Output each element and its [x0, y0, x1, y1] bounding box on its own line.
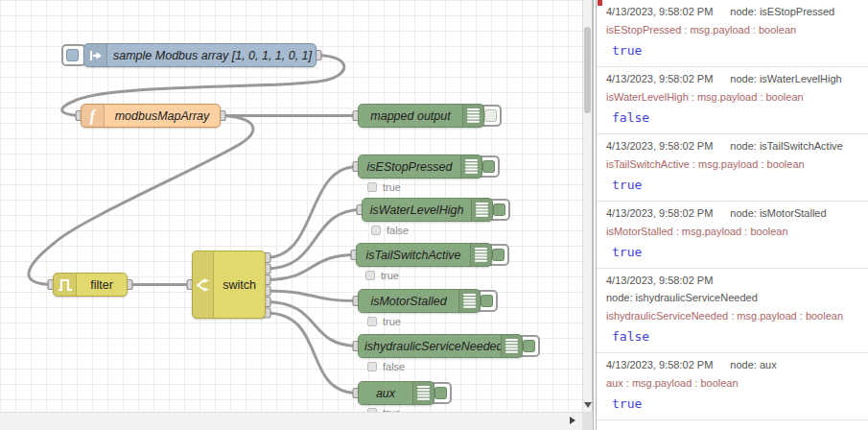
debug-message-meta: 4/13/2023, 9:58:02 PM node: aux: [606, 359, 862, 370]
filter-icon: [54, 274, 77, 296]
node-status-tail: true: [365, 270, 399, 281]
status-text: false: [383, 361, 405, 372]
node-function[interactable]: f modbusMapArray: [81, 104, 221, 128]
debug-node-name: node: ishydraulicServiceNeeded: [606, 292, 758, 303]
debug-toggle-inner: [434, 387, 447, 399]
debug-message-meta: 4/13/2023, 9:58:02 PM node: ishydraulicS…: [606, 275, 862, 303]
debug-sidebar: 4/13/2023, 9:58:02 PM node: isEStopPress…: [597, 0, 868, 430]
debug-node-name: node: isWaterLevelHigh: [730, 73, 841, 84]
wire-switch-motor: [266, 291, 358, 301]
debug-node-name: node: isEStopPressed: [730, 6, 834, 17]
node-debug-hydraulic[interactable]: ishydraulicServiceNeeded: [358, 334, 523, 358]
debug-value[interactable]: false: [606, 110, 862, 125]
debug-property: isMotorStalled : msg.payload : boolean: [606, 226, 862, 237]
status-dot: [371, 226, 381, 235]
debug-node-name: node: isMotorStalled: [730, 207, 826, 219]
node-status-aux: true: [367, 407, 401, 412]
debug-message-meta: 4/13/2023, 9:58:02 PM node: isEStopPress…: [606, 6, 862, 17]
node-debug-motor[interactable]: isMotorStalled: [358, 289, 481, 313]
debug-property: aux : msg.payload : boolean: [606, 377, 862, 389]
debug-value[interactable]: true: [606, 396, 862, 411]
debug-node-name: node: isTailSwitchActive: [730, 140, 842, 152]
canvas-horizontal-scrollbar[interactable]: [0, 412, 595, 430]
debug-timestamp: 4/13/2023, 9:58:02 PM: [606, 275, 713, 286]
node-label: switch: [214, 278, 265, 292]
debug-message: 4/13/2023, 9:58:02 PM node: isMotorStall…: [597, 202, 868, 269]
node-label: modbusMapArray: [105, 109, 220, 123]
inject-trigger-inner: [66, 49, 79, 61]
debug-property: isWaterLevelHigh : msg.payload : boolean: [606, 91, 862, 103]
status-text: false: [387, 225, 409, 236]
node-debug-mapped[interactable]: mapped output: [358, 104, 484, 128]
flow-canvas[interactable]: sample Modbus array [1, 0, 1, 1, 0, 1] f…: [0, 0, 582, 412]
debug-node-name: node: aux: [730, 359, 776, 370]
debug-property: isEStopPressed : msg.payload : boolean: [606, 24, 862, 36]
debug-toggle-inner: [481, 295, 493, 307]
node-red-editor: sample Modbus array [1, 0, 1, 1, 0, 1] f…: [0, 0, 868, 430]
status-text: true: [383, 316, 401, 327]
node-status-estop: true: [367, 181, 401, 193]
debug-message-meta: 4/13/2023, 9:58:02 PM node: isWaterLevel…: [606, 73, 862, 84]
node-debug-estop[interactable]: isEStopPressed: [358, 155, 482, 179]
node-filter[interactable]: filter: [53, 273, 128, 297]
debug-toggle-inner: [492, 249, 504, 261]
debug-message-meta: 4/13/2023, 9:58:02 PM node: isTailSwitch…: [606, 140, 862, 152]
debug-value[interactable]: false: [606, 329, 862, 344]
node-label: aux: [359, 387, 412, 400]
node-debug-water[interactable]: isWaterLevelHigh: [362, 198, 493, 222]
status-dot: [367, 182, 377, 192]
debug-value[interactable]: true: [606, 178, 862, 192]
node-status-motor: true: [367, 316, 401, 327]
node-label: ishydraulicServiceNeeded: [359, 340, 501, 353]
node-label: sample Modbus array [1, 0, 1, 1, 0, 1]: [107, 49, 316, 62]
new-message-marker: [598, 0, 602, 6]
ports[interactable]: [48, 51, 366, 398]
switch-icon: [193, 251, 214, 318]
debug-timestamp: 4/13/2023, 9:58:02 PM: [606, 6, 713, 17]
node-label: isEStopPressed: [359, 160, 460, 174]
debug-icon: [471, 199, 492, 221]
debug-icon: [462, 105, 483, 127]
node-label: isWaterLevelHigh: [363, 203, 471, 217]
debug-value[interactable]: true: [606, 43, 862, 58]
debug-message-meta: 4/13/2023, 9:58:02 PM node: isMotorStall…: [606, 207, 862, 219]
wire-switch-hydraulic: [266, 302, 358, 346]
debug-message: 4/13/2023, 9:58:02 PM node: isEStopPress…: [597, 0, 868, 67]
debug-icon: [412, 382, 434, 404]
scroll-right-arrow-icon[interactable]: [570, 417, 575, 424]
scroll-down-arrow-icon[interactable]: [584, 402, 592, 408]
inject-icon: [84, 44, 107, 66]
canvas-vertical-scrollbar[interactable]: [582, 0, 593, 412]
node-status-water: false: [371, 225, 409, 236]
debug-toggle-inner: [523, 340, 535, 352]
status-dot: [367, 408, 377, 412]
node-label: mapped output: [359, 109, 462, 123]
debug-toggle-inner: [484, 109, 497, 122]
debug-toggle-inner: [493, 203, 505, 216]
node-switch[interactable]: switch: [192, 251, 266, 319]
wire-switch-aux: [266, 313, 358, 394]
debug-message: 4/13/2023, 9:58:02 PM node: isWaterLevel…: [597, 67, 868, 134]
debug-icon: [460, 155, 481, 178]
debug-timestamp: 4/13/2023, 9:58:02 PM: [606, 359, 713, 370]
debug-timestamp: 4/13/2023, 9:58:02 PM: [606, 207, 713, 219]
status-dot: [367, 362, 377, 371]
debug-toggle-inner: [482, 160, 495, 173]
status-text: true: [383, 407, 401, 412]
debug-message: 4/13/2023, 9:58:02 PM node: aux aux : ms…: [597, 353, 868, 420]
node-label: isTailSwitchActive: [357, 249, 470, 262]
debug-property: isTailSwitchActive : msg.payload : boole…: [606, 158, 862, 170]
debug-icon: [458, 290, 480, 312]
status-dot: [365, 271, 375, 280]
status-text: true: [383, 181, 401, 193]
function-icon: f: [82, 105, 105, 127]
node-debug-tail[interactable]: isTailSwitchActive: [356, 243, 492, 267]
node-debug-aux[interactable]: aux: [358, 381, 434, 405]
debug-property: ishydraulicServiceNeeded : msg.payload :…: [606, 310, 862, 322]
node-label: filter: [77, 278, 127, 292]
debug-message: 4/13/2023, 9:58:02 PM node: isTailSwitch…: [597, 134, 868, 202]
vertical-scrollbar-thumb[interactable]: [584, 27, 591, 113]
status-dot: [367, 317, 377, 326]
debug-value[interactable]: true: [606, 245, 862, 259]
node-inject[interactable]: sample Modbus array [1, 0, 1, 1, 0, 1]: [83, 43, 317, 67]
